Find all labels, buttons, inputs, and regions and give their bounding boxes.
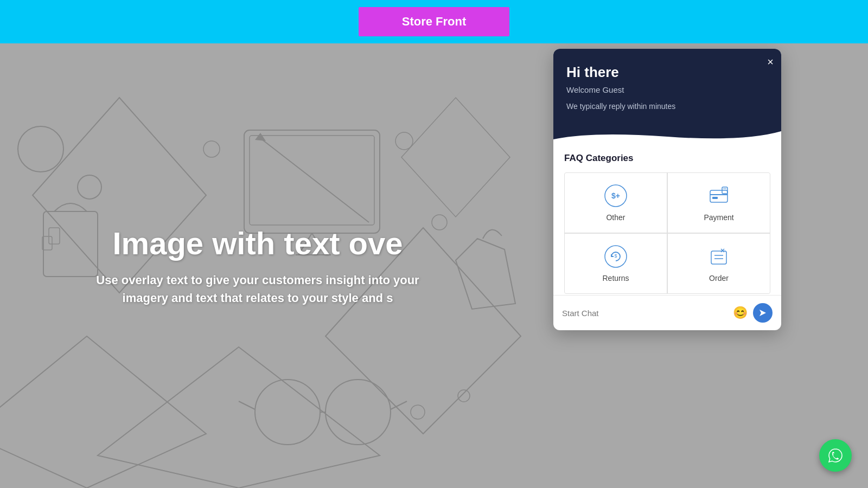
order-icon: [707, 245, 731, 268]
header: Store Front: [0, 0, 868, 43]
faq-order-label: Order: [709, 274, 729, 282]
svg-rect-30: [710, 190, 727, 202]
chat-widget: × Hi there Welcome Guest We typically re…: [553, 49, 781, 330]
faq-grid: $+ Other Payment: [564, 172, 770, 294]
chat-reply-time: We typically reply within minutes: [566, 102, 768, 111]
chat-welcome: Welcome Guest: [566, 85, 768, 94]
payment-icon: [707, 184, 731, 208]
svg-rect-37: [711, 251, 726, 264]
main-content: Image with text ove Use overlay text to …: [0, 43, 868, 488]
hero-subtitle: Use overlay text to give your customers …: [22, 271, 494, 307]
send-button[interactable]: [753, 303, 773, 323]
send-icon: [758, 309, 767, 317]
svg-rect-32: [712, 197, 718, 199]
faq-returns-label: Returns: [602, 274, 629, 282]
chat-close-button[interactable]: ×: [767, 56, 774, 67]
hero-title: Image with text ove: [22, 225, 494, 261]
whatsapp-fab[interactable]: [819, 439, 852, 472]
other-icon: $+: [604, 184, 628, 208]
faq-section-title: FAQ Categories: [564, 153, 770, 164]
whatsapp-icon: [826, 446, 845, 465]
chat-wave-divider: [553, 126, 781, 142]
svg-text:$: $: [614, 253, 617, 259]
faq-item-returns[interactable]: $ Returns: [565, 234, 667, 293]
chat-greeting: Hi there: [566, 64, 768, 81]
faq-item-payment[interactable]: Payment: [668, 173, 770, 233]
store-front-button[interactable]: Store Front: [359, 7, 510, 36]
faq-item-order[interactable]: Order: [668, 234, 770, 293]
chat-body: FAQ Categories $+ Other: [553, 142, 781, 294]
faq-payment-label: Payment: [704, 213, 733, 222]
svg-text:$+: $+: [611, 191, 620, 200]
emoji-button[interactable]: 😊: [733, 306, 748, 320]
svg-marker-42: [760, 310, 766, 316]
returns-icon: $: [604, 245, 628, 268]
chat-header: × Hi there Welcome Guest We typically re…: [553, 49, 781, 126]
faq-item-other[interactable]: $+ Other: [565, 173, 667, 233]
hero-text-overlay: Image with text ove Use overlay text to …: [0, 225, 515, 307]
chat-input-bar: 😊: [553, 295, 781, 330]
faq-other-label: Other: [606, 213, 625, 222]
chat-input[interactable]: [562, 309, 727, 318]
